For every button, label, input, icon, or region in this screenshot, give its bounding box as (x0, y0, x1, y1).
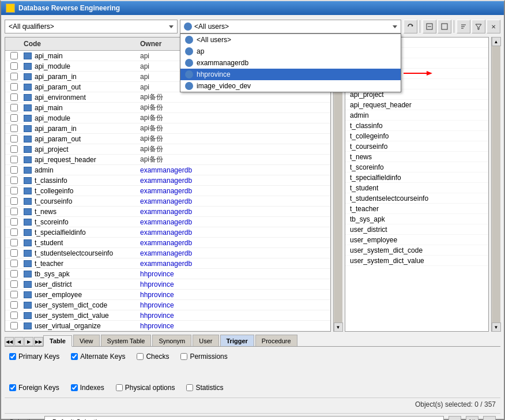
table-row[interactable]: t_collegeinfoexammanagerdb (5, 186, 330, 196)
users-dropdown[interactable]: <All users> (180, 20, 401, 33)
table-row[interactable]: user_districthhprovince (5, 279, 330, 290)
dropdown-item-ap-label: ap (197, 47, 204, 55)
dropdown-item-image-video-dev-label: image_video_dev (197, 82, 251, 90)
table-icon (24, 322, 32, 329)
ap-user-icon (185, 47, 193, 55)
table-row[interactable]: t_scoreinfoexammanagerdb (5, 217, 330, 227)
right-panel-scrollbar[interactable]: ▲ ▼ (491, 37, 500, 332)
right-panel-item[interactable]: t_collegeinfo (345, 131, 488, 141)
selection-delete-btn[interactable]: ✕ (483, 416, 496, 420)
table-row[interactable]: t_studentselectcourseinfoexammanagerdb (5, 248, 330, 258)
objects-selected-label: Object(s) selected: (415, 400, 473, 408)
statistics-checkbox-item: Statistics (186, 384, 223, 392)
tab-view[interactable]: View (73, 335, 100, 346)
scroll-down-arrow[interactable]: ▼ (334, 322, 343, 332)
deselect-all-button[interactable] (438, 20, 451, 33)
right-scroll-down[interactable]: ▼ (492, 322, 501, 332)
right-panel-item[interactable]: t_student (345, 183, 488, 193)
dropdown-item-all-label: <All users> (197, 36, 231, 44)
right-panel-item[interactable]: t_teacher (345, 204, 488, 214)
tab-nav-arrows: ◀◀ ◀ ▶ ▶▶ (5, 337, 43, 346)
right-scroll-track[interactable] (492, 46, 500, 322)
table-icon (24, 250, 32, 257)
table-row[interactable]: api_projectapi备份 (5, 144, 330, 155)
table-row[interactable]: t_classinfoexammanagerdb (5, 175, 330, 186)
table-row[interactable]: adminexammanagerdb (5, 165, 330, 175)
statistics-checkbox[interactable] (186, 384, 193, 391)
table-row[interactable]: api_mainapi备份 (5, 103, 330, 113)
foreign-keys-checkbox[interactable] (9, 384, 16, 391)
table-row[interactable]: api_environmentapi备份 (5, 92, 330, 103)
tab-system-table[interactable]: System Table (101, 335, 152, 346)
physical-options-checkbox[interactable] (116, 384, 123, 391)
table-row[interactable]: user_system_dict_codehhprovince (5, 300, 330, 310)
right-panel-item[interactable]: user_system_dict_code (345, 245, 488, 256)
right-scroll-up[interactable]: ▲ (492, 37, 501, 46)
table-row[interactable]: api_request_headerapi备份 (5, 155, 330, 165)
table-row[interactable]: api_param_outapi备份 (5, 134, 330, 144)
selection-save-btn[interactable]: 💾 (466, 416, 478, 420)
table-row[interactable]: t_courseinfoexammanagerdb (5, 196, 330, 207)
right-panel-item[interactable]: t_scoreinfo (345, 162, 488, 172)
main-window: Database Reverse Engineering <All qualif… (0, 0, 505, 420)
dropdown-item-image-video-dev[interactable]: image_video_dev (180, 80, 401, 92)
right-panel-item[interactable]: api_request_header (345, 100, 488, 110)
table-icon (24, 94, 32, 101)
qualifiers-dropdown[interactable]: <All qualifiers> (5, 20, 178, 33)
table-row[interactable]: api_moduleapi备份 (5, 113, 330, 123)
right-panel-item[interactable]: tb_sys_apk (345, 214, 488, 224)
refresh-button[interactable] (404, 20, 417, 33)
table-row[interactable]: user_employeehhprovince (5, 290, 330, 300)
select-all-button[interactable] (423, 20, 436, 33)
alternate-keys-checkbox[interactable] (71, 353, 78, 360)
tab-nav-last[interactable]: ▶▶ (34, 337, 43, 346)
table-row[interactable]: tb_sys_apkhhprovince (5, 269, 330, 279)
right-panel-item[interactable]: t_news (345, 152, 488, 162)
table-row[interactable]: api_param_inapi备份 (5, 123, 330, 134)
dropdown-item-ap[interactable]: ap (180, 46, 401, 57)
sort-button[interactable] (457, 20, 470, 33)
table-row[interactable]: t_newsexammanagerdb (5, 207, 330, 217)
selection-input[interactable] (44, 416, 444, 420)
table-row[interactable]: t_specialfieldinfoexammanagerdb (5, 227, 330, 238)
table-row[interactable]: user_system_dict_valuehhprovince (5, 310, 330, 321)
close-button[interactable]: ✕ (487, 20, 500, 33)
svg-marker-1 (427, 71, 432, 76)
right-panel-item[interactable]: user_employee (345, 235, 488, 245)
tab-nav-prev[interactable]: ◀ (14, 337, 24, 346)
indexes-checkbox-item: Indexes (71, 384, 104, 392)
primary-keys-checkbox[interactable] (9, 353, 16, 360)
filter-button[interactable] (472, 20, 485, 33)
tab-synonym[interactable]: Synonym (152, 335, 191, 346)
permissions-checkbox[interactable] (180, 353, 187, 360)
window-title: Database Reverse Engineering (18, 4, 120, 12)
permissions-label: Permissions (190, 352, 227, 361)
checks-checkbox[interactable] (137, 353, 144, 360)
tab-trigger[interactable]: Trigger (220, 335, 254, 346)
tab-table[interactable]: Table (43, 335, 72, 347)
status-row: Object(s) selected: 0 / 357 (5, 397, 500, 411)
table-row[interactable]: user_virtual_organizehhprovince (5, 321, 330, 331)
dropdown-item-exammanagerdb[interactable]: exammanagerdb (180, 57, 401, 69)
table-row[interactable]: t_teacherexammanagerdb (5, 258, 330, 269)
hhprovince-icon (185, 70, 193, 78)
tab-nav-first[interactable]: ◀◀ (5, 337, 14, 346)
dropdown-item-exammanagerdb-label: exammanagerdb (197, 59, 248, 67)
right-panel-item[interactable]: t_studentselectcourseinfo (345, 193, 488, 204)
indexes-checkbox[interactable] (71, 384, 78, 391)
table-row[interactable]: t_studentexammanagerdb (5, 238, 330, 248)
right-panel-item[interactable]: t_classinfo (345, 121, 488, 131)
selection-row: Selection: ▼ 💾 ✕ (5, 413, 500, 420)
right-panel-item[interactable]: admin (345, 110, 488, 121)
tab-user[interactable]: User (193, 335, 218, 346)
right-panel-item[interactable]: t_courseinfo (345, 141, 488, 152)
table-icon (24, 239, 32, 246)
dropdown-item-hhprovince[interactable]: hhprovince (180, 69, 401, 80)
selection-dropdown-btn[interactable]: ▼ (449, 416, 461, 420)
tab-nav-next[interactable]: ▶ (24, 337, 33, 346)
right-panel-item[interactable]: user_system_dict_value (345, 256, 488, 266)
right-panel-item[interactable]: t_specialfieldinfo (345, 172, 488, 183)
right-panel-item[interactable]: user_district (345, 224, 488, 235)
dropdown-item-all[interactable]: <All users> (180, 34, 401, 46)
tab-procedure[interactable]: Procedure (255, 335, 297, 346)
